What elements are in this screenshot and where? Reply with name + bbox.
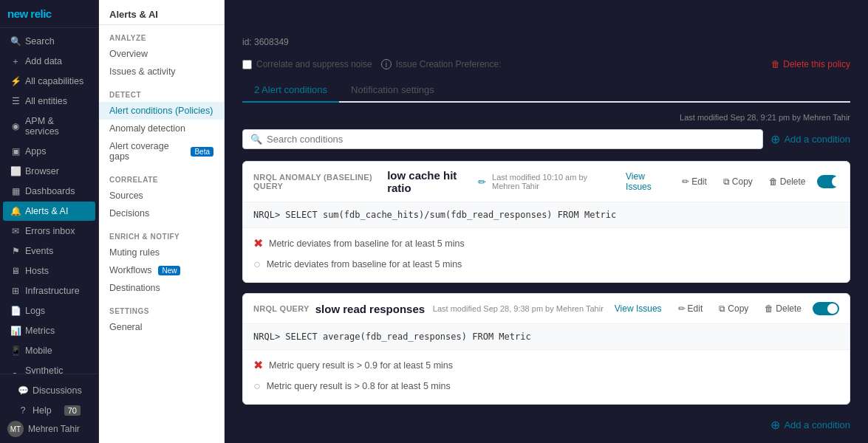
view-issues-button-1[interactable]: View Issues: [609, 301, 667, 316]
sidebar-item-add-data[interactable]: ＋ Add data: [3, 52, 95, 71]
edit-button-1[interactable]: ✏ Edit: [673, 301, 708, 316]
copy-button-0[interactable]: ⧉ Copy: [718, 174, 758, 189]
sidebar-item-label: Events: [25, 246, 53, 256]
sidebar-item-label: Dashboards: [25, 186, 75, 196]
sec-item-general[interactable]: General: [99, 318, 224, 336]
sidebar-item-discussions[interactable]: 💬 Discussions: [10, 381, 88, 400]
sidebar-item-label: All capabilities: [25, 76, 83, 86]
criteria-text-1-0: Metric query result is > 0.9 for at leas…: [269, 360, 453, 371]
sidebar-item-events[interactable]: ⚑ Events: [3, 241, 95, 261]
sec-section-label-enrich: ENRICH & NOTIFY: [99, 230, 224, 244]
sec-section-correlate: CORRELATE Sources Decisions: [99, 167, 224, 224]
sidebar-item-metrics[interactable]: 📊 Metrics: [3, 321, 95, 340]
user-avatar-area[interactable]: MT Mehren Tahir: [7, 421, 91, 437]
sidebar-item-label: Alerts & AI: [25, 206, 68, 216]
sidebar-item-logs[interactable]: 📄 Logs: [3, 301, 95, 320]
correlate-checkbox-label[interactable]: Correlate and suppress noise: [242, 59, 372, 69]
dashboards-icon: ▦: [10, 186, 21, 196]
condition-name-1: slow read responses: [315, 303, 425, 315]
copy-icon-1: ⧉: [719, 303, 725, 314]
sidebar-item-search[interactable]: 🔍 Search: [3, 32, 95, 51]
sidebar-item-label: Errors inbox: [25, 226, 75, 236]
delete-label-1: Delete: [776, 303, 802, 314]
correlate-label: Correlate and suppress noise: [256, 59, 372, 69]
criteria-text-0-0: Metric deviates from baseline for at lea…: [269, 238, 465, 249]
sec-item-coverage-gaps[interactable]: Alert coverage gaps Beta: [99, 137, 224, 165]
copy-button-1[interactable]: ⧉ Copy: [714, 301, 753, 316]
help-icon: ?: [18, 405, 28, 416]
issue-pref-value: One issue per policy: [506, 59, 592, 69]
sec-item-decisions[interactable]: Decisions: [99, 205, 224, 222]
sec-section-label-analyze: ANALYZE: [99, 31, 224, 45]
criteria-item-1-1: ○ Metric query result is > 0.8 for at le…: [253, 376, 839, 396]
add-condition-button[interactable]: ⊕ Add a condition: [770, 132, 850, 146]
sidebar-item-apps[interactable]: ▣ Apps: [3, 142, 95, 161]
new-badge: New: [158, 266, 180, 275]
toggle-switch-0[interactable]: [817, 175, 839, 188]
sidebar-item-synthetic[interactable]: ⟳ Synthetic monitoring: [3, 361, 95, 374]
copy-label-1: Copy: [728, 303, 748, 314]
bottom-add-condition-button[interactable]: ⊕ Add a condition: [770, 418, 850, 432]
view-issues-button-0[interactable]: View Issues: [621, 169, 671, 194]
sidebar-item-label: APM & services: [25, 116, 88, 137]
search-box[interactable]: 🔍: [242, 129, 763, 149]
inactive-dot-icon-1: ○: [253, 380, 261, 393]
search-input[interactable]: [267, 134, 755, 145]
sec-section-settings: SETTINGS General: [99, 298, 224, 337]
sidebar-item-errors[interactable]: ✉ Errors inbox: [3, 222, 95, 241]
sec-item-muting[interactable]: Muting rules: [99, 244, 224, 261]
sidebar-item-all-capabilities[interactable]: ⚡ All capabilities: [3, 72, 95, 91]
delete-policy-label: Delete this policy: [783, 59, 850, 69]
tab-notification-settings[interactable]: Notification settings: [339, 78, 446, 103]
edit-button-0[interactable]: ✏ Edit: [677, 174, 712, 189]
sec-item-issues-activity[interactable]: Issues & activity: [99, 63, 224, 80]
sec-item-alert-conditions[interactable]: Alert conditions (Policies): [99, 102, 224, 120]
sec-item-anomaly[interactable]: Anomaly detection: [99, 120, 224, 137]
edit-icon-1: ✏: [678, 303, 686, 314]
mobile-icon: 📱: [10, 346, 21, 356]
sidebar-item-mobile[interactable]: 📱 Mobile: [3, 341, 95, 360]
condition-header-0: NRQL ANOMALY (BASELINE) QUERY low cache …: [243, 162, 850, 202]
criteria-text-1-1: Metric query result is > 0.8 for at leas…: [267, 381, 451, 391]
delete-policy-button[interactable]: 🗑 Delete this policy: [771, 59, 850, 69]
correlate-checkbox[interactable]: [242, 60, 252, 69]
page-title: FlashDB alert policy: [242, 15, 850, 34]
condition-meta-1: Last modified Sep 28, 9:38 pm by Mehren …: [433, 304, 604, 313]
delete-button-1[interactable]: 🗑 Delete: [759, 301, 807, 316]
sec-item-sources[interactable]: Sources: [99, 187, 224, 205]
delete-label-0: Delete: [780, 176, 806, 187]
sidebar-item-label: Synthetic monitoring: [25, 365, 88, 374]
sidebar-item-hosts[interactable]: 🖥 Hosts: [3, 261, 95, 281]
toggle-switch-1[interactable]: [813, 302, 839, 315]
sidebar-item-alerts[interactable]: 🔔 Alerts & AI: [3, 202, 95, 221]
toggle-knob-1: [827, 303, 838, 314]
delete-trash-icon: 🗑: [771, 59, 780, 69]
sec-item-workflows[interactable]: Workflows New: [99, 261, 224, 279]
info-icon[interactable]: i: [381, 59, 392, 69]
sec-item-destinations[interactable]: Destinations: [99, 279, 224, 297]
sidebar-item-all-entities[interactable]: ☰ All entities: [3, 92, 95, 111]
condition-name-edit-icon-0[interactable]: ✏: [478, 176, 486, 188]
condition-card-0: NRQL ANOMALY (BASELINE) QUERY low cache …: [242, 161, 850, 283]
sidebar-item-infrastructure[interactable]: ⊞ Infrastructure: [3, 281, 95, 301]
avatar: MT: [7, 421, 24, 437]
sec-section-label-detect: DETECT: [99, 88, 224, 102]
view-issues-label-1: View Issues: [615, 303, 662, 314]
inactive-dot-icon: ○: [253, 258, 261, 271]
beta-badge: Beta: [191, 147, 213, 157]
sec-section-label-correlate: CORRELATE: [99, 173, 224, 187]
sidebar-discussions-label: Discussions: [33, 385, 82, 396]
sec-item-overview[interactable]: Overview: [99, 45, 224, 63]
delete-button-0[interactable]: 🗑 Delete: [764, 174, 811, 189]
sidebar-item-label: Infrastructure: [25, 286, 80, 296]
sidebar-item-label: Logs: [25, 306, 45, 316]
sidebar-item-apm[interactable]: ◉ APM & services: [3, 111, 95, 141]
criteria-text-0-1: Metric deviates from baseline for at lea…: [267, 259, 462, 269]
sidebar-item-dashboards[interactable]: ▦ Dashboards: [3, 182, 95, 201]
sec-section-detect: DETECT Alert conditions (Policies) Anoma…: [99, 82, 224, 167]
tab-alert-conditions[interactable]: 2 Alert conditions: [242, 78, 339, 103]
sidebar-item-browser[interactable]: ⬜ Browser: [3, 162, 95, 181]
sidebar-item-help[interactable]: ? Help 70: [10, 401, 88, 420]
condition-meta-0: Last modified 10:10 am by Mehren Tahir: [492, 173, 615, 190]
layout: Alerts & AI ANALYZE Overview Issues & ac…: [99, 0, 868, 443]
